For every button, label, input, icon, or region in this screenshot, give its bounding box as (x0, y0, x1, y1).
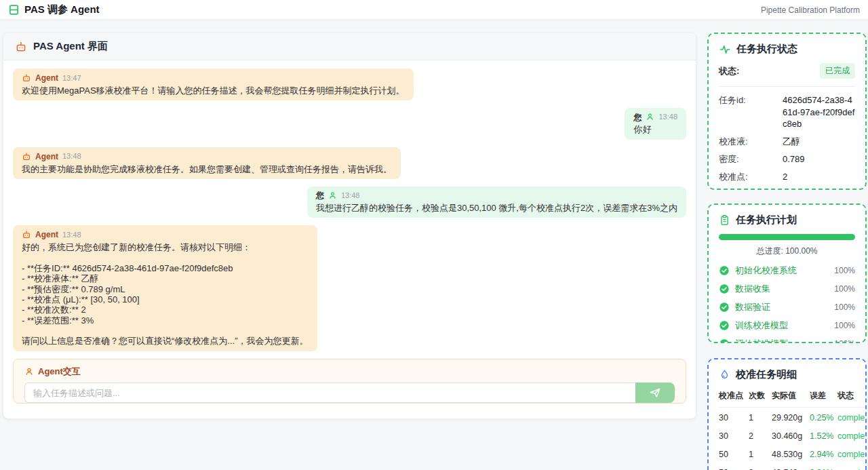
message-time: 13:48 (62, 231, 81, 239)
step-label: 数据收集 (735, 283, 829, 295)
activity-icon (719, 43, 731, 56)
check-circle-icon (719, 320, 730, 331)
cell-point: 50 (719, 463, 749, 470)
plan-step-row: 数据收集 100% (719, 283, 855, 295)
person-icon (646, 113, 654, 121)
task-status-panel: 任务执行状态 状态: 已完成 任务id: 4626d574-2a38-461d-… (707, 33, 867, 190)
step-percent: 100% (834, 339, 855, 343)
step-label: 评估校准模型 (735, 338, 829, 343)
field-value: 4626d574-2a38-461d-97ae-f20f9defc8eb (783, 94, 855, 130)
status-label: 状态: (719, 65, 739, 77)
field-value: 0.789 (783, 153, 855, 165)
message-time: 13:48 (341, 192, 360, 199)
progress-bar (719, 234, 855, 240)
robot-icon (22, 152, 31, 161)
cell-point: 30 (719, 426, 749, 444)
field-label: 校准点: (719, 171, 780, 183)
field-value: 乙醇 (783, 136, 855, 148)
table-row: 50 2 49.540g 0.91% completed (719, 463, 867, 470)
app-title: PAS 调参 Agent (24, 3, 100, 16)
message-text: 你好 (633, 124, 677, 134)
platform-subtitle: Pipette Calibration Platform (761, 5, 860, 15)
cell-status: completed (837, 463, 867, 470)
col-times: 次数 (749, 389, 772, 408)
step-percent: 100% (834, 321, 855, 330)
message-sender: Agent (35, 74, 58, 82)
field-value: 30,50,100 (783, 189, 855, 190)
col-status: 状态 (837, 389, 867, 408)
table-row: 30 1 29.920g 0.25% completed (719, 408, 867, 427)
task-input[interactable] (24, 383, 635, 403)
cell-status: completed (837, 444, 867, 463)
col-point: 校准点 (719, 389, 749, 408)
message-sender: 您 (633, 113, 642, 121)
step-label: 初始化校准系统 (735, 265, 829, 277)
field-label: 密度: (719, 153, 780, 165)
field-label: 任务id: (719, 94, 780, 130)
step-label: 训练校准模型 (735, 319, 829, 332)
cell-times: 2 (749, 463, 772, 470)
step-percent: 100% (834, 302, 855, 312)
plan-panel-title: 任务执行计划 (736, 214, 797, 227)
chat-messages[interactable]: Agent 13:47 欢迎使用MegaPAS移液校准平台！请输入您的任务描述，… (3, 60, 696, 352)
chat-message: 您 13:48 我想进行乙醇的校验任务，校验点是30,50,100 微升,每个校… (307, 187, 686, 218)
status-field-row: 密度: 0.789 (719, 153, 855, 165)
cell-error: 0.91% (810, 463, 837, 470)
calibration-detail-panel: 校准任务明细 校准点 次数 实际值 误差 状态 30 1 29.920g 0.2… (707, 358, 867, 470)
task-plan-panel: 任务执行计划 总进度: 100.00% 初始化校准系统 100% 数据收集 10… (707, 203, 867, 343)
app-logo-icon (8, 4, 20, 16)
step-percent: 100% (834, 266, 855, 275)
message-text: 我的主要功能是协助您完成移液校准任务。如果您需要创建、管理或查询任务报告，请告诉… (22, 164, 392, 174)
message-text: 欢迎使用MegaPAS移液校准平台！请输入您的任务描述，我会帮您提取任务明细并制… (22, 85, 405, 96)
progress-text: 总进度: 100.00% (719, 246, 855, 257)
chat-message: 您 13:48 你好 (625, 108, 686, 139)
chat-card: PAS Agent 界面 Agent 13:47 欢迎使用MegaPAS移液校准… (3, 33, 696, 419)
cell-actual: 29.920g (772, 408, 810, 427)
field-value: 2 (783, 171, 855, 183)
chat-panel-header: PAS Agent 界面 (3, 33, 696, 60)
robot-icon (22, 230, 31, 239)
clipboard-icon (719, 214, 730, 226)
status-field-row: 校准液: 乙醇 (719, 136, 855, 148)
message-text: 我想进行乙醇的校验任务，校验点是30,50,100 微升,每个校准点执行2次，误… (316, 203, 677, 213)
check-circle-icon (719, 302, 730, 313)
cell-actual: 49.540g (772, 463, 810, 470)
status-field-row: 校准次数: 30,50,100 (719, 189, 855, 190)
person-icon (328, 191, 337, 200)
status-field-row: 任务id: 4626d574-2a38-461d-97ae-f20f9defc8… (719, 94, 855, 130)
cell-error: 0.25% (810, 408, 837, 427)
chat-message: Agent 13:48 好的，系统已为您创建了新的校准任务。请核对以下明细： -… (13, 225, 317, 351)
message-sender: 您 (316, 191, 324, 199)
message-time: 13:48 (658, 113, 677, 121)
message-text: 好的，系统已为您创建了新的校准任务。请核对以下明细： - **任务ID:** 4… (22, 242, 309, 346)
plan-step-row: 数据验证 100% (719, 301, 855, 313)
step-label: 数据验证 (735, 301, 829, 313)
cell-times: 2 (749, 426, 772, 444)
table-row: 30 2 30.460g 1.52% completed (719, 426, 867, 444)
cell-times: 1 (749, 408, 772, 427)
message-sender: Agent (35, 153, 58, 161)
check-circle-icon (719, 265, 730, 276)
chat-panel-title: PAS Agent 界面 (33, 40, 108, 53)
status-field-row: 校准点: 2 (719, 171, 855, 183)
plan-step-row: 初始化校准系统 100% (719, 265, 855, 277)
check-circle-icon (719, 338, 730, 343)
col-actual: 实际值 (772, 389, 810, 408)
message-sender: Agent (35, 231, 58, 239)
chat-message: Agent 13:47 欢迎使用MegaPAS移液校准平台！请输入您的任务描述，… (13, 68, 414, 100)
chat-message: Agent 13:48 我的主要功能是协助您完成移液校准任务。如果您需要创建、管… (13, 147, 401, 179)
field-label: 校准次数: (719, 189, 780, 190)
table-header-row: 校准点 次数 实际值 误差 状态 (719, 389, 867, 408)
step-percent: 100% (834, 284, 855, 294)
cell-error: 1.52% (810, 426, 837, 444)
robot-icon (22, 73, 31, 83)
send-button[interactable] (635, 383, 675, 403)
plan-step-row: 训练校准模型 100% (719, 319, 855, 332)
message-time: 13:48 (62, 153, 81, 160)
divider (719, 86, 855, 87)
droplet-icon (719, 369, 730, 380)
cell-status: completed (837, 426, 867, 444)
cell-status: completed (837, 408, 867, 427)
robot-icon (15, 41, 27, 53)
status-fields: 任务id: 4626d574-2a38-461d-97ae-f20f9defc8… (719, 94, 855, 190)
